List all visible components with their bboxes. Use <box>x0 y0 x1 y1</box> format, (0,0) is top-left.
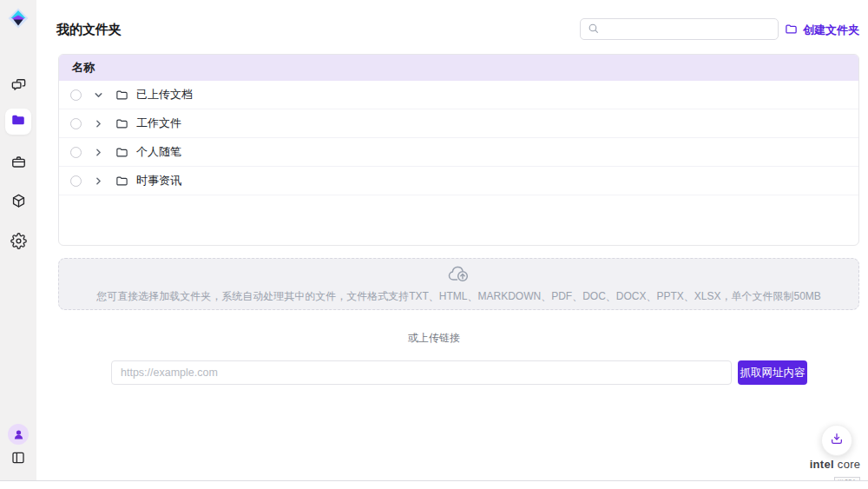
page-title: 我的文件夹 <box>56 22 122 38</box>
cloud-upload-icon <box>448 265 470 287</box>
table-header-name: 名称 <box>59 55 858 81</box>
folder-table: 名称 已上传文档 工作文件 个人随笔 <box>58 54 859 246</box>
row-checkbox[interactable] <box>70 89 82 101</box>
intel-logo-text: intel <box>810 458 834 471</box>
download-icon <box>830 432 844 449</box>
gear-icon <box>10 233 27 253</box>
chevron-down-icon[interactable] <box>93 89 104 101</box>
folder-name[interactable]: 个人随笔 <box>136 144 181 160</box>
sidebar-item-folders[interactable] <box>0 109 36 135</box>
sidebar-item-profile[interactable] <box>0 424 36 445</box>
table-row[interactable]: 工作文件 <box>59 109 858 138</box>
row-checkbox[interactable] <box>70 175 82 187</box>
avatar <box>8 424 29 445</box>
folder-name[interactable]: 工作文件 <box>136 116 181 131</box>
folder-icon <box>115 146 128 159</box>
table-row[interactable]: 已上传文档 <box>59 81 858 109</box>
folder-icon <box>10 112 26 131</box>
search-box[interactable] <box>580 18 779 40</box>
row-checkbox[interactable] <box>70 147 82 158</box>
sidebar-item-panel-toggle[interactable] <box>0 450 36 469</box>
panel-layout-icon <box>10 450 26 469</box>
or-upload-link-label: 或上传链接 <box>0 331 868 346</box>
url-input[interactable] <box>111 360 732 385</box>
core-logo-text: core <box>838 458 861 471</box>
folder-name[interactable]: 时事资讯 <box>136 173 181 188</box>
folder-icon <box>115 175 128 188</box>
sidebar-item-settings[interactable] <box>0 233 36 253</box>
row-checkbox[interactable] <box>70 118 82 129</box>
folder-icon <box>115 89 128 102</box>
fetch-url-button[interactable]: 抓取网址内容 <box>738 360 807 385</box>
window-bottom-edge <box>0 480 868 489</box>
chevron-right-icon[interactable] <box>93 147 104 158</box>
sidebar-item-toolbox[interactable] <box>0 154 36 174</box>
table-row[interactable]: 个人随笔 <box>59 138 858 167</box>
download-float-button[interactable] <box>821 425 852 456</box>
chevron-right-icon[interactable] <box>93 118 104 129</box>
folder-icon <box>115 117 128 130</box>
briefcase-icon <box>10 154 27 174</box>
upload-dropzone[interactable]: 您可直接选择加载文件夹，系统自动处理其中的文件，文件格式支持TXT、HTML、M… <box>58 258 859 310</box>
folder-name[interactable]: 已上传文档 <box>136 87 193 102</box>
search-icon <box>588 22 599 37</box>
sidebar-item-chat[interactable] <box>0 76 36 96</box>
create-folder-label: 创建文件夹 <box>803 23 859 38</box>
sidebar-active-indicator <box>5 109 31 135</box>
folder-plus-icon <box>785 23 798 38</box>
sidebar-item-cube[interactable] <box>0 193 36 213</box>
sidebar <box>0 0 36 480</box>
search-input[interactable] <box>604 19 778 39</box>
app-logo-icon[interactable] <box>6 6 30 30</box>
cube-icon <box>10 193 27 213</box>
upload-hint: 您可直接选择加载文件夹，系统自动处理其中的文件，文件格式支持TXT、HTML、M… <box>96 289 821 304</box>
create-folder-button[interactable]: 创建文件夹 <box>785 23 859 38</box>
chat-icon <box>10 76 27 96</box>
table-row[interactable]: 时事资讯 <box>59 167 858 195</box>
chevron-right-icon[interactable] <box>93 175 104 187</box>
